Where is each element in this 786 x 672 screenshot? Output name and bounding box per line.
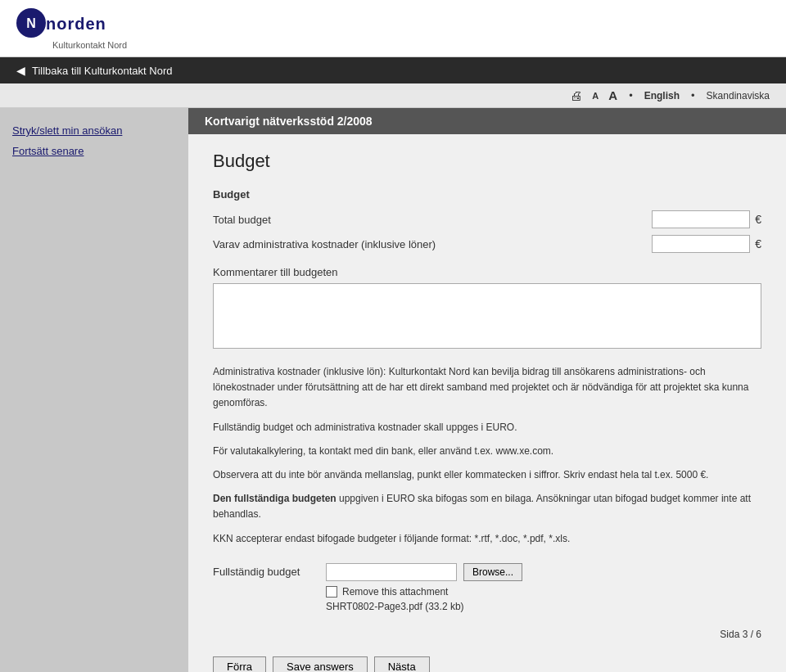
previous-button[interactable]: Förra bbox=[213, 656, 266, 672]
comments-textarea[interactable] bbox=[213, 283, 761, 349]
admin-costs-label: Varav administrativa kostnader (inklusiv… bbox=[213, 238, 652, 250]
browse-button[interactable]: Browse... bbox=[463, 563, 522, 581]
field-row-admin: Varav administrativa kostnader (inklusiv… bbox=[213, 235, 761, 253]
font-large-icon[interactable]: A bbox=[608, 88, 617, 102]
field-row-total: Total budget € bbox=[213, 210, 761, 228]
comments-label: Kommentarer till budgeten bbox=[213, 266, 761, 278]
info-paragraph-2: Fullständig budget och administrativa ko… bbox=[213, 420, 761, 435]
svg-text:N: N bbox=[26, 16, 36, 30]
form-section-label: Budget bbox=[213, 188, 761, 201]
info-paragraph-1: Administrativa kostnader (inklusive lön)… bbox=[213, 364, 761, 412]
file-input[interactable] bbox=[326, 563, 457, 581]
file-upload-section: Fullständig budget Browse... Remove this… bbox=[213, 563, 761, 612]
page-title: Budget bbox=[213, 151, 761, 172]
logo-subtitle: Kulturkontakt Nord bbox=[52, 40, 127, 50]
lang-skandinaviska-link[interactable]: Skandinaviska bbox=[707, 90, 770, 101]
next-button[interactable]: Nästa bbox=[374, 656, 430, 672]
lang-sep-middle: • bbox=[691, 89, 695, 101]
info-text: Administrativa kostnader (inklusive lön)… bbox=[213, 364, 761, 547]
attachment-row: Remove this attachment bbox=[326, 586, 761, 598]
back-nav-label[interactable]: Tillbaka till Kulturkontakt Nord bbox=[32, 65, 172, 77]
attachment-filename: SHRT0802-Page3.pdf (33.2 kb) bbox=[326, 601, 761, 612]
page-number: Sida 3 / 6 bbox=[213, 629, 761, 640]
page-header-title: Kortvarigt nätverksstöd 2/2008 bbox=[205, 115, 373, 128]
brand-name: norden bbox=[46, 15, 106, 34]
total-budget-label: Total budget bbox=[213, 214, 652, 226]
save-answers-button[interactable]: Save answers bbox=[273, 656, 368, 672]
norden-logo: N bbox=[16, 8, 46, 40]
lang-dot-left: • bbox=[629, 89, 633, 101]
toolbar-bar: 🖨 A A • English • Skandinaviska bbox=[0, 83, 786, 108]
back-arrow-icon: ◀ bbox=[16, 64, 25, 77]
total-budget-euro: € bbox=[755, 213, 761, 226]
filename-text: SHRT0802-Page3.pdf bbox=[326, 601, 422, 612]
content-area: Kortvarigt nätverksstöd 2/2008 Budget Bu… bbox=[188, 108, 786, 672]
file-row: Fullständig budget Browse... bbox=[213, 563, 761, 581]
nav-bar: ◀ Tillbaka till Kulturkontakt Nord bbox=[0, 57, 786, 83]
sidebar-link-stryk[interactable]: Stryk/slett min ansökan bbox=[12, 124, 176, 137]
print-icon[interactable]: 🖨 bbox=[570, 88, 582, 102]
sidebar: Stryk/slett min ansökan Fortsätt senare bbox=[0, 108, 188, 672]
admin-costs-input[interactable] bbox=[652, 235, 750, 253]
file-upload-label: Fullständig budget bbox=[213, 566, 319, 578]
main-layout: Stryk/slett min ansökan Fortsätt senare … bbox=[0, 108, 786, 672]
info-paragraph-6: KKN accepterar endast bifogade budgeter … bbox=[213, 531, 761, 547]
remove-attachment-checkbox[interactable] bbox=[326, 586, 337, 598]
logo-bar: N norden Kulturkontakt Nord bbox=[0, 0, 786, 57]
info-paragraph-3: För valutakalkylering, ta kontakt med di… bbox=[213, 444, 761, 459]
font-small-icon[interactable]: A bbox=[592, 91, 599, 101]
info-paragraph-5: Den fullständiga budgeten uppgiven i EUR… bbox=[213, 491, 761, 522]
info-paragraph-4: Observera att du inte bör använda mellan… bbox=[213, 467, 761, 483]
admin-costs-euro: € bbox=[755, 237, 761, 250]
remove-attachment-label: Remove this attachment bbox=[342, 586, 448, 598]
page-body: Budget Budget Total budget € Varav admin… bbox=[188, 134, 786, 672]
total-budget-input[interactable] bbox=[652, 210, 750, 228]
page-header: Kortvarigt nätverksstöd 2/2008 bbox=[188, 108, 786, 134]
bottom-buttons: Förra Save answers Nästa bbox=[213, 648, 761, 672]
info-paragraph-5-bold: Den fullständiga budgeten bbox=[213, 493, 337, 504]
logo-area: N norden Kulturkontakt Nord bbox=[16, 8, 127, 50]
sidebar-link-fortsatt[interactable]: Fortsätt senare bbox=[12, 145, 176, 157]
lang-english-link[interactable]: English bbox=[644, 90, 680, 101]
filesize-text: (33.2 kb) bbox=[425, 601, 463, 612]
